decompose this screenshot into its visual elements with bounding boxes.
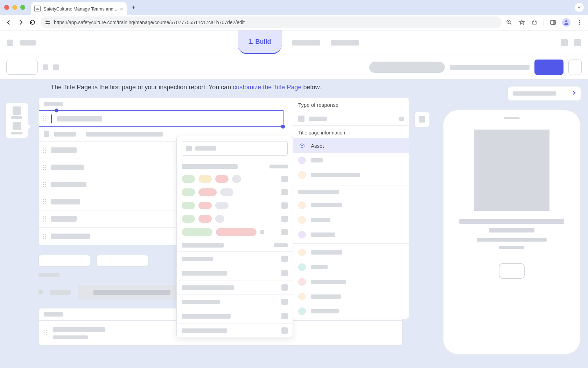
page-thumb-1[interactable] <box>9 106 24 119</box>
svg-point-18 <box>45 148 46 149</box>
forward-button[interactable] <box>17 19 24 26</box>
options-search[interactable] <box>182 141 288 156</box>
response-item[interactable] <box>293 260 409 275</box>
more-icon <box>260 230 264 234</box>
svg-point-40 <box>45 203 46 204</box>
close-tab-icon[interactable]: × <box>120 6 123 12</box>
maximize-window-button[interactable] <box>20 5 25 10</box>
response-type-row[interactable] <box>177 266 293 280</box>
question-input-area[interactable] <box>51 114 279 123</box>
tab-title: SafetyCulture: Manage Teams and... <box>43 6 117 12</box>
toolbar-icon-2[interactable] <box>53 64 59 70</box>
response-item[interactable] <box>293 213 409 227</box>
preview-toggle-card[interactable] <box>507 86 581 101</box>
selected-type-label <box>309 117 327 121</box>
response-type-row[interactable] <box>177 309 293 323</box>
response-item[interactable] <box>293 168 409 182</box>
drag-handle-icon[interactable] <box>43 115 47 122</box>
drag-handle-icon[interactable] <box>42 233 47 240</box>
response-type-row[interactable] <box>177 239 293 251</box>
header-left <box>7 40 36 46</box>
tab-placeholder-3[interactable] <box>331 40 359 46</box>
header-action-2[interactable] <box>574 39 581 46</box>
site-settings-icon[interactable] <box>45 20 50 25</box>
new-tab-button[interactable]: + <box>132 4 136 12</box>
toolbar-icon-1[interactable] <box>43 64 48 70</box>
primary-action-button[interactable] <box>534 60 564 75</box>
footer-bar-1[interactable] <box>78 285 186 300</box>
response-item[interactable] <box>293 275 409 289</box>
response-item[interactable] <box>293 227 409 242</box>
response-set-row[interactable] <box>177 225 293 239</box>
response-set-row[interactable] <box>177 172 293 186</box>
minimize-window-button[interactable] <box>12 5 17 10</box>
drag-handle-icon[interactable] <box>43 329 47 336</box>
search-icon <box>186 146 192 151</box>
more-options-button[interactable] <box>568 60 582 75</box>
response-type-row[interactable] <box>177 251 293 266</box>
response-item[interactable] <box>293 153 409 168</box>
response-icon <box>298 307 306 315</box>
response-set-row[interactable] <box>177 186 293 199</box>
tab-overflow-button[interactable] <box>575 3 584 12</box>
svg-point-43 <box>43 218 44 220</box>
response-type-row[interactable] <box>177 294 293 309</box>
svg-point-48 <box>45 234 46 235</box>
drag-handle-icon[interactable] <box>42 181 47 188</box>
question-row-selected[interactable] <box>38 110 284 127</box>
floating-action-button[interactable] <box>414 112 430 127</box>
svg-point-8 <box>579 20 580 21</box>
divider <box>293 243 409 244</box>
response-item[interactable] <box>293 289 409 304</box>
response-group-header <box>293 186 409 198</box>
tab-build[interactable]: 1. Build <box>238 30 281 54</box>
meta-label-2[interactable] <box>86 132 163 137</box>
selected-type-icon <box>298 116 304 122</box>
extensions-icon[interactable] <box>531 19 538 26</box>
drag-handle-icon[interactable] <box>42 164 47 171</box>
profile-avatar[interactable] <box>562 18 570 27</box>
zoom-icon[interactable] <box>506 19 513 26</box>
header-action-1[interactable] <box>561 39 568 46</box>
add-section-button[interactable] <box>97 255 148 267</box>
response-item[interactable] <box>293 198 409 213</box>
response-item-asset[interactable]: Asset <box>293 138 409 153</box>
breadcrumb-item[interactable] <box>20 40 36 46</box>
template-dropdown[interactable] <box>6 60 38 75</box>
svg-point-58 <box>46 334 47 335</box>
response-set-row[interactable] <box>177 212 293 225</box>
response-set-row[interactable] <box>177 199 293 212</box>
back-icon[interactable] <box>7 40 13 46</box>
address-bar[interactable]: https://app.safetyculture.com/training/m… <box>41 16 502 28</box>
response-item[interactable] <box>293 245 409 260</box>
chevron-icon <box>399 117 404 121</box>
svg-point-50 <box>45 236 46 237</box>
side-panel-icon[interactable] <box>550 19 556 26</box>
tab-placeholder-2[interactable] <box>292 40 320 46</box>
response-type-row[interactable] <box>177 280 293 294</box>
footer-icon <box>38 290 43 294</box>
bookmark-icon[interactable] <box>518 19 525 26</box>
drag-handle-icon[interactable] <box>42 198 47 205</box>
drag-handle-icon[interactable] <box>42 215 47 222</box>
cube-icon <box>298 142 306 150</box>
response-item[interactable] <box>293 304 409 319</box>
customize-title-page-link[interactable]: customize the Title Page <box>233 84 301 91</box>
search-placeholder[interactable] <box>369 62 445 73</box>
add-question-button[interactable] <box>38 255 90 267</box>
question-subtext <box>53 335 88 339</box>
response-item-label <box>311 158 323 162</box>
preview-label <box>513 91 556 96</box>
response-type-row[interactable] <box>177 323 293 338</box>
browser-tab[interactable]: SC SafetyCulture: Manage Teams and... × <box>31 2 127 15</box>
drag-handle-icon[interactable] <box>42 147 47 154</box>
page-thumb-2[interactable] <box>9 122 24 134</box>
selected-response-display[interactable] <box>293 112 409 126</box>
close-window-button[interactable] <box>4 5 9 10</box>
question-label <box>51 234 90 239</box>
menu-icon[interactable] <box>576 19 583 26</box>
question-label <box>51 147 77 153</box>
back-button[interactable] <box>5 19 13 26</box>
reload-button[interactable] <box>29 19 36 26</box>
meta-label-1[interactable] <box>54 132 76 137</box>
